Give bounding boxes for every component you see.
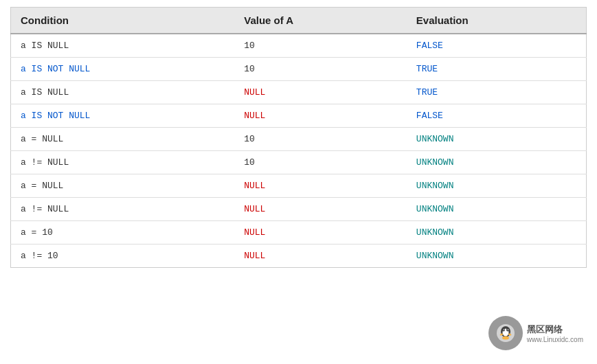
condition-cell: a IS NOT NULL <box>11 104 235 128</box>
condition-cell: a IS NULL <box>11 34 235 58</box>
svg-point-6 <box>507 329 508 330</box>
value-cell: 10 <box>234 34 407 58</box>
table-header-row: Condition Value of A Evaluation <box>11 8 587 34</box>
svg-point-7 <box>502 337 509 340</box>
table-row: a = NULL10UNKNOWN <box>11 128 587 151</box>
condition-cell: a != NULL <box>11 151 235 174</box>
table-row: a != NULL10UNKNOWN <box>11 151 587 174</box>
condition-cell: a != 10 <box>11 244 235 268</box>
evaluation-cell: FALSE <box>407 104 587 128</box>
header-evaluation: Evaluation <box>407 8 587 34</box>
table-row: a IS NOT NULLNULLFALSE <box>11 104 587 128</box>
condition-cell: a IS NULL <box>11 81 235 104</box>
table-row: a != NULLNULLUNKNOWN <box>11 198 587 221</box>
value-cell: NULL <box>234 174 407 198</box>
conditions-table: Condition Value of A Evaluation a IS NUL… <box>10 7 587 268</box>
header-condition: Condition <box>11 8 235 34</box>
header-value: Value of A <box>234 8 407 34</box>
value-cell: 10 <box>234 58 407 81</box>
evaluation-cell: UNKNOWN <box>407 174 587 198</box>
condition-cell: a IS NOT NULL <box>11 58 235 81</box>
table-row: a IS NULL10FALSE <box>11 34 587 58</box>
value-cell: NULL <box>234 244 407 268</box>
evaluation-cell: UNKNOWN <box>407 128 587 151</box>
table-row: a IS NULLNULLTRUE <box>11 81 587 104</box>
evaluation-cell: UNKNOWN <box>407 198 587 221</box>
watermark-site: 黑区网络 <box>527 323 583 336</box>
value-cell: NULL <box>234 198 407 221</box>
watermark-url: www.Linuxidc.com <box>527 336 583 343</box>
value-cell: 10 <box>234 151 407 174</box>
watermark-logo <box>488 316 523 350</box>
value-cell: 10 <box>234 128 407 151</box>
main-container: Condition Value of A Evaluation a IS NUL… <box>0 0 597 275</box>
evaluation-cell: FALSE <box>407 34 587 58</box>
penguin-icon <box>495 323 516 343</box>
value-cell: NULL <box>234 221 407 244</box>
evaluation-cell: UNKNOWN <box>407 151 587 174</box>
evaluation-cell: UNKNOWN <box>407 244 587 268</box>
watermark-text: 黑区网络 www.Linuxidc.com <box>527 323 583 343</box>
table-row: a IS NOT NULL10TRUE <box>11 58 587 81</box>
table-row: a = 10NULLUNKNOWN <box>11 221 587 244</box>
condition-cell: a != NULL <box>11 198 235 221</box>
condition-cell: a = NULL <box>11 174 235 198</box>
watermark: 黑区网络 www.Linuxidc.com <box>488 316 583 350</box>
evaluation-cell: TRUE <box>407 58 587 81</box>
value-cell: NULL <box>234 104 407 128</box>
evaluation-cell: TRUE <box>407 81 587 104</box>
value-cell: NULL <box>234 81 407 104</box>
svg-point-5 <box>503 329 504 330</box>
evaluation-cell: UNKNOWN <box>407 221 587 244</box>
table-row: a = NULLNULLUNKNOWN <box>11 174 587 198</box>
condition-cell: a = 10 <box>11 221 235 244</box>
condition-cell: a = NULL <box>11 128 235 151</box>
table-row: a != 10NULLUNKNOWN <box>11 244 587 268</box>
